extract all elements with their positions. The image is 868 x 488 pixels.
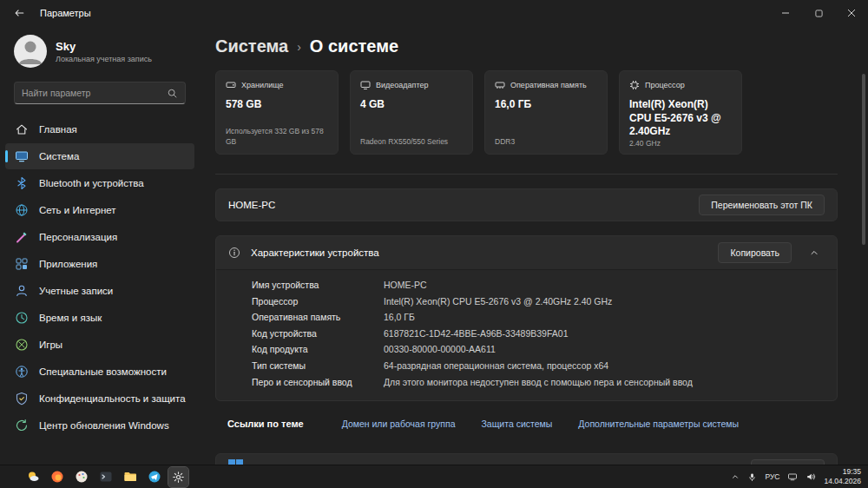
personalization-icon [14, 230, 29, 245]
spec-row-processor: Процессор Intel(R) Xeon(R) CPU E5-2676 v… [252, 293, 823, 310]
card-title: Хранилище [241, 81, 284, 89]
file-explorer-icon[interactable] [120, 467, 140, 487]
settings-app-icon[interactable] [168, 467, 188, 487]
sidebar-item-apps[interactable]: Приложения [5, 251, 194, 277]
card-title: Процессор [645, 81, 685, 89]
ram-card: Оперативная память 16,0 ГБ DDR3 [484, 70, 608, 155]
taskbar-time: 19:35 [824, 467, 861, 477]
spec-row-device-name: Имя устройства HOME-PC [252, 277, 823, 293]
copy-specs-button[interactable]: Копировать [718, 242, 792, 263]
spec-row-pen-touch: Перо и сенсорный ввод Для этого монитора… [252, 374, 823, 391]
card-detail: DDR3 [495, 137, 597, 147]
person-icon [14, 35, 47, 68]
sidebar: Sky Локальная учетная запись Главная Сис… [0, 26, 200, 465]
spec-row-product-id: Код продукта 00330-80000-00000-AA611 [252, 341, 823, 358]
tray-chevron-up-icon[interactable] [731, 472, 740, 481]
apps-icon [14, 257, 29, 272]
paint-app-icon[interactable] [71, 467, 91, 487]
network-icon[interactable] [787, 472, 798, 482]
sidebar-item-privacy-security[interactable]: Конфиденциальность и защита [5, 386, 194, 412]
sidebar-item-time-language[interactable]: Время и язык [5, 305, 194, 331]
spec-row-device-id: Код устройства 6187821C-1D42-4BBE-A96B-3… [252, 326, 823, 342]
sidebar-item-accessibility[interactable]: Специальные возможности [5, 359, 194, 385]
settings-window: Параметры Sky Локальная учетная запись [0, 0, 868, 488]
window-controls [769, 0, 868, 26]
sidebar-item-bluetooth-devices[interactable]: Bluetooth и устройства [5, 170, 194, 196]
pc-name: HOME-PC [228, 200, 275, 210]
close-button[interactable] [835, 0, 868, 26]
sidebar-item-label: Персонализация [39, 232, 117, 242]
browser-icon[interactable] [47, 467, 67, 487]
page-title: О системе [310, 36, 398, 56]
search-icon [167, 88, 178, 99]
sidebar-item-label: Специальные возможности [39, 366, 167, 377]
sidebar-item-accounts[interactable]: Учетные записи [5, 278, 194, 304]
device-specs-section: Характеристики устройства Копировать Имя… [215, 235, 838, 401]
terminal-app-icon[interactable] [95, 467, 115, 487]
user-account-type: Локальная учетная запись [56, 55, 152, 63]
sidebar-item-label: Сеть и Интернет [39, 205, 116, 215]
user-info: Sky Локальная учетная запись [56, 40, 152, 63]
info-icon [228, 247, 240, 259]
rename-pc-button[interactable]: Переименовать этот ПК [699, 195, 825, 215]
collapse-specs-button[interactable] [802, 241, 826, 264]
language-indicator[interactable]: РУС [765, 472, 779, 481]
sidebar-item-windows-update[interactable]: Центр обновления Windows [5, 412, 194, 439]
search-box[interactable] [14, 82, 186, 104]
card-value: 4 GB [360, 98, 463, 112]
sidebar-item-label: Учетные записи [39, 286, 113, 296]
back-arrow-icon [13, 7, 25, 19]
cpu-icon [629, 80, 640, 90]
link-system-protection[interactable]: Защита системы [482, 419, 553, 429]
summary-cards: Хранилище 578 GB Используется 332 GB из … [215, 70, 742, 155]
system-tray: РУС 19:35 14.04.2026 [731, 467, 861, 486]
related-links: Ссылки по теме Домен или рабочая группа … [215, 408, 838, 439]
card-detail: Radeon RX550/550 Series [360, 137, 463, 147]
card-value: Intel(R) Xeon(R) CPU E5-2676 v3 @ 2.40GH… [629, 98, 732, 139]
volume-icon[interactable] [806, 472, 816, 482]
window-title: Параметры [40, 8, 91, 18]
cpu-card: Процессор Intel(R) Xeon(R) CPU E5-2676 v… [619, 70, 742, 155]
sidebar-item-network-internet[interactable]: Сеть и Интернет [5, 197, 194, 223]
section-divider [215, 174, 838, 175]
privacy-icon [14, 392, 29, 406]
sidebar-item-gaming[interactable]: Игры [5, 332, 194, 358]
system-icon [14, 149, 29, 164]
sidebar-item-label: Bluetooth и устройства [39, 178, 144, 188]
device-specs-header[interactable]: Характеристики устройства Копировать [216, 236, 837, 269]
pc-name-section: HOME-PC Переименовать этот ПК [215, 188, 838, 221]
gpu-card: Видеоадаптер 4 GB Radeon RX550/550 Serie… [350, 70, 473, 155]
storage-icon [226, 80, 236, 90]
vertical-scrollbar[interactable] [862, 74, 865, 245]
breadcrumb-system[interactable]: Система [215, 36, 288, 56]
sidebar-item-home[interactable]: Главная [5, 116, 194, 142]
link-advanced-system-settings[interactable]: Дополнительные параметры системы [578, 419, 739, 429]
maximize-button[interactable] [802, 0, 835, 26]
taskbar-clock[interactable]: 19:35 14.04.2026 [824, 467, 861, 486]
user-account[interactable]: Sky Локальная учетная запись [0, 26, 200, 71]
sidebar-item-label: Время и язык [39, 313, 102, 323]
microphone-icon[interactable] [747, 472, 757, 482]
device-specs-body: Имя устройства HOME-PC Процессор Intel(R… [216, 269, 837, 400]
link-domain-workgroup[interactable]: Домен или рабочая группа [342, 419, 456, 429]
sidebar-item-label: Система [39, 151, 79, 162]
related-links-title: Ссылки по теме [227, 419, 304, 429]
messenger-app-icon[interactable] [144, 467, 164, 487]
back-button[interactable] [5, 3, 33, 23]
taskbar-apps [23, 467, 188, 487]
weather-widget-icon[interactable] [23, 467, 43, 487]
search-input[interactable] [22, 88, 167, 98]
card-detail: Используется 332 GB из 578 GB [226, 127, 328, 147]
sidebar-item-system[interactable]: Система [5, 143, 194, 169]
sidebar-item-label: Приложения [39, 259, 97, 269]
accounts-icon [14, 284, 29, 299]
sidebar-item-personalization[interactable]: Персонализация [5, 224, 194, 250]
card-value: 16,0 ГБ [495, 98, 597, 112]
breadcrumb-separator: › [297, 40, 301, 54]
games-icon [14, 338, 29, 353]
main-content: Система › О системе Хранилище 578 GB Исп… [200, 26, 868, 465]
taskbar-date: 14.04.2026 [824, 477, 861, 486]
card-title: Оперативная память [510, 81, 587, 89]
minimize-button[interactable] [769, 0, 802, 26]
windows-update-icon [14, 419, 29, 433]
